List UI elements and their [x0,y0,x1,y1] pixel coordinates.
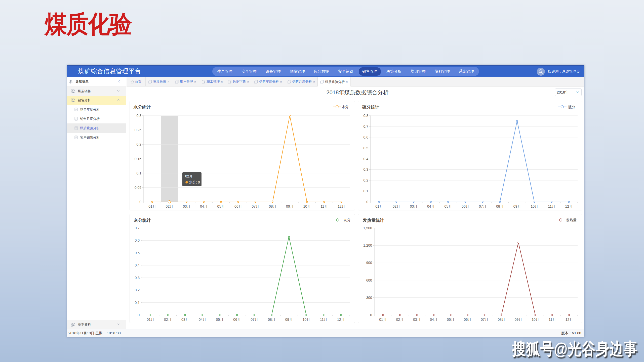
svg-text:05月: 05月 [217,204,225,208]
svg-text:0.15: 0.15 [135,157,141,161]
svg-text:0.25: 0.25 [135,128,141,132]
svg-text:10月: 10月 [303,204,311,208]
svg-text:12月: 12月 [566,318,573,322]
svg-text:04月: 04月 [430,318,437,322]
svg-text:05月: 05月 [216,318,224,322]
svg-text:10月: 10月 [303,318,310,322]
svg-text:11月: 11月 [320,204,328,208]
svg-text:0.1: 0.1 [364,189,369,193]
svg-text:10月: 10月 [532,318,539,322]
svg-text:硫分: 硫分 [568,105,575,109]
svg-text:0: 0 [139,200,141,204]
svg-text:发热量: 发热量 [566,218,577,222]
svg-text:灰分统计: 灰分统计 [134,218,151,223]
svg-text:03月: 03月 [181,318,189,322]
svg-text:0.3: 0.3 [135,276,140,280]
svg-text:11月: 11月 [320,318,327,322]
svg-text:07月: 07月 [252,204,259,208]
svg-text:0.7: 0.7 [135,226,140,230]
svg-text:1,200: 1,200 [363,243,372,247]
svg-text:12月: 12月 [338,204,345,208]
svg-text:300: 300 [366,296,372,300]
svg-text:0: 0 [370,313,372,317]
svg-text:11月: 11月 [548,204,555,208]
svg-text:0.5: 0.5 [364,146,369,150]
svg-text:0.1: 0.1 [135,301,140,305]
svg-text:0.3: 0.3 [137,114,142,118]
svg-text:01月: 01月 [148,204,156,208]
svg-text:0.6: 0.6 [364,135,369,139]
svg-text:05月: 05月 [447,318,455,322]
svg-text:07月: 07月 [251,318,258,322]
svg-text:600: 600 [366,278,372,282]
svg-text:0.2: 0.2 [135,288,140,292]
svg-text:04月: 04月 [200,204,208,208]
svg-text:02月: 02月 [164,318,172,322]
svg-text:发热量统计: 发热量统计 [363,218,384,223]
svg-text:11月: 11月 [549,318,556,322]
svg-text:1,500: 1,500 [363,226,372,230]
svg-text:12月: 12月 [565,204,573,208]
svg-text:03月: 03月 [413,318,421,322]
svg-text:07月: 07月 [481,318,488,322]
svg-text:06月: 06月 [234,204,242,208]
svg-text:0.05: 0.05 [135,186,141,190]
svg-text:08月: 08月 [496,204,504,208]
svg-text:09月: 09月 [515,318,522,322]
svg-text:0.2: 0.2 [137,142,142,146]
svg-text:04月: 04月 [199,318,206,322]
svg-text:0.1: 0.1 [137,171,142,175]
svg-text:0.6: 0.6 [135,238,140,242]
svg-text:0.2: 0.2 [364,178,369,182]
svg-text:03月: 03月 [410,204,417,208]
svg-text:硫分统计: 硫分统计 [362,105,379,110]
svg-text:08月: 08月 [269,204,276,208]
svg-text:灰分: 灰分 [344,218,351,222]
svg-text:水分统计: 水分统计 [133,105,151,110]
svg-text:02月: 02月 [185,174,193,178]
svg-text:0: 0 [366,200,368,204]
svg-text:水分: 0: 水分: 0 [189,180,200,184]
svg-text:0.4: 0.4 [364,157,369,161]
svg-text:08月: 08月 [498,318,505,322]
svg-text:01月: 01月 [147,318,154,322]
svg-text:10月: 10月 [531,204,538,208]
svg-text:0.5: 0.5 [135,251,140,255]
svg-text:01月: 01月 [379,318,387,322]
svg-text:12月: 12月 [337,318,345,322]
svg-text:06月: 06月 [464,318,471,322]
svg-text:水分: 水分 [342,105,349,109]
svg-text:0: 0 [138,313,140,317]
svg-text:08月: 08月 [268,318,275,322]
svg-text:06月: 06月 [233,318,241,322]
svg-text:02月: 02月 [393,204,400,208]
svg-text:0.3: 0.3 [364,167,369,171]
svg-text:06月: 06月 [462,204,469,208]
svg-text:07月: 07月 [479,204,487,208]
svg-text:0.8: 0.8 [364,114,369,118]
svg-text:09月: 09月 [285,318,293,322]
svg-text:01月: 01月 [375,204,383,208]
svg-text:900: 900 [366,261,372,265]
svg-text:09月: 09月 [286,204,294,208]
svg-text:09月: 09月 [513,204,521,208]
svg-text:0.4: 0.4 [135,263,140,267]
svg-text:03月: 03月 [183,204,190,208]
svg-text:02月: 02月 [396,318,404,322]
svg-text:04月: 04月 [427,204,435,208]
svg-text:05月: 05月 [445,204,452,208]
svg-text:02月: 02月 [166,204,173,208]
svg-text:0.7: 0.7 [364,124,369,128]
